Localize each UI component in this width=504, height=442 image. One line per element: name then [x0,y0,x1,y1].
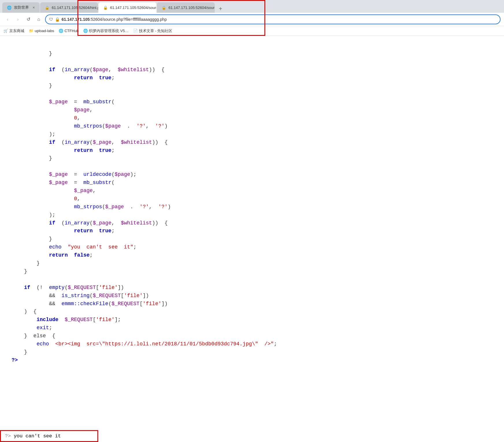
tab1-title: 攻防世界 [14,5,29,10]
bookmark-2[interactable]: 📁 upload-labs [29,29,54,33]
tab-2[interactable]: 🔒 61.147.171.105:52604/hint.php ✕ [40,2,98,13]
tab-bar: 🌐 攻防世界 ✕ 🔒 61.147.171.105:52604/hint.php… [0,0,504,13]
php-close-tag: ?> [5,433,11,439]
address-bar-container[interactable]: 🛡 🔒 61.147.171.105:52604/source.php?file… [45,14,501,24]
tab4-favicon: 🔒 [162,5,166,10]
bookmark1-label: 京东商城 [9,28,24,34]
bookmark2-icon: 📁 [29,29,34,33]
security-shield-icon: 🛡 [49,17,53,22]
tab-4[interactable]: 🔒 61.147.171.105:52604/source.ph… ✕ [157,2,215,13]
bookmark5-label: 技术文章 - 先知社区 [139,28,173,34]
bookmark4-label: 织梦内容管理系统 V5… [89,28,129,34]
tab3-favicon: 🔒 [103,5,108,10]
address-bar-text: 61.147.171.105:52604/source.php?file=fff… [62,17,167,22]
bookmark3-icon: 🌐 [59,29,63,33]
bookmark2-label: upload-labs [35,29,54,33]
bookmark-4[interactable]: 🌐 织梦内容管理系统 V5… [83,28,129,34]
source-code: } if (in_array($page, $whitelist)) { ret… [0,42,504,373]
navigation-bar: ‹ › ↺ ⌂ 🛡 🔒 61.147.171.105:52604/source.… [0,13,504,26]
forward-button[interactable]: › [14,15,22,23]
bookmark3-label: CTFHub [64,29,79,33]
status-message: you can't see it [14,433,61,439]
tab-3[interactable]: 🔒 61.147.171.105:52604/source.ph… ✕ [99,2,156,13]
tab-1[interactable]: 🌐 攻防世界 ✕ [2,2,40,13]
lock-icon: 🔒 [55,17,60,22]
tab2-favicon: 🔒 [45,5,49,10]
url-host: 61.147.171.105 [62,17,90,22]
tab1-close[interactable]: ✕ [32,6,35,10]
page-content: } if (in_array($page, $whitelist)) { ret… [0,36,504,442]
bottom-status-bar: ?> you can't see it [0,430,98,442]
tab4-title: 61.147.171.105:52604/source.ph… [168,5,215,10]
bookmark-1[interactable]: 🛒 京东商城 [3,28,24,34]
tab2-title: 61.147.171.105:52604/hint.php [52,5,98,10]
bookmark1-icon: 🛒 [3,29,8,33]
bookmark5-icon: 📄 [133,29,138,33]
bookmark-3[interactable]: 🌐 CTFHub [59,29,79,33]
back-button[interactable]: ‹ [3,15,12,23]
bookmark-5[interactable]: 📄 技术文章 - 先知社区 [133,28,173,34]
url-path: :52604/source.php?file=ffffllllaaaagggg.… [90,17,167,22]
bookmark4-icon: 🌐 [83,29,88,33]
reload-button[interactable]: ↺ [24,15,32,23]
tab3-title: 61.147.171.105:52604/source.ph… [110,5,156,10]
home-button[interactable]: ⌂ [35,15,43,23]
tab1-favicon: 🌐 [7,5,12,10]
bookmarks-bar: 🛒 京东商城 📁 upload-labs 🌐 CTFHub 🌐 织梦内容管理系统… [0,26,504,36]
new-tab-button[interactable]: + [216,5,225,13]
